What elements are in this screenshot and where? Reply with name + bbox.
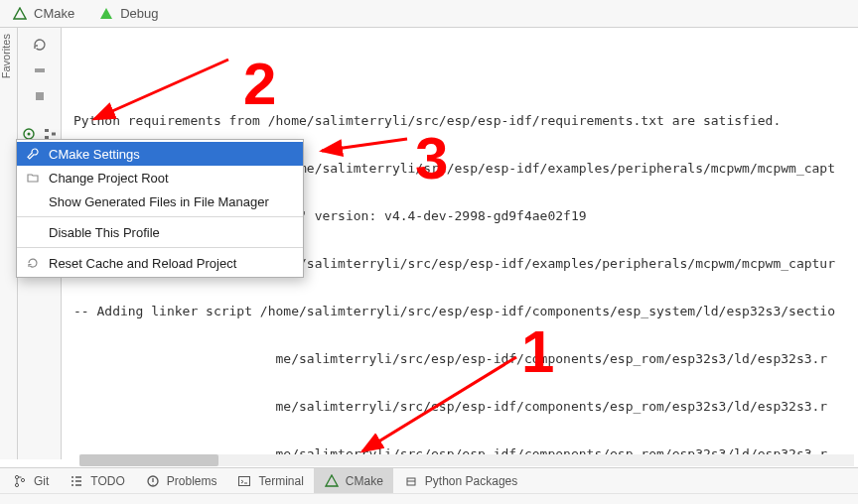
blank-icon xyxy=(25,193,41,209)
build-icon[interactable] xyxy=(28,60,52,81)
python-packages-icon xyxy=(403,473,419,489)
console-line: me/salimterryli/src/esp/esp-idf/componen… xyxy=(73,351,858,367)
console-line: Python requirements from /home/salimterr… xyxy=(73,113,858,129)
tab-label: Terminal xyxy=(258,474,303,488)
todo-icon xyxy=(69,473,84,489)
stop-icon[interactable] xyxy=(28,85,52,107)
favorites-stripe-label[interactable]: Favorites xyxy=(0,28,12,84)
reload-icon xyxy=(25,255,41,271)
svg-rect-2 xyxy=(35,68,45,72)
debug-icon xyxy=(98,6,114,22)
cmake-icon xyxy=(324,473,340,489)
menu-label: Reset Cache and Reload Project xyxy=(49,256,236,271)
svg-point-5 xyxy=(27,133,30,136)
menu-separator xyxy=(17,247,303,248)
tab-label: TODO xyxy=(90,474,124,488)
console-line: me/salimterryli/src/esp/esp-idf/componen… xyxy=(73,399,858,415)
cmake-context-menu: CMake Settings Change Project Root Show … xyxy=(16,139,304,278)
bottom-tab-todo[interactable]: TODO xyxy=(59,468,134,493)
svg-point-13 xyxy=(21,478,24,481)
menu-label: Show Generated Files in File Manager xyxy=(49,194,269,209)
status-bar xyxy=(0,493,858,504)
bottom-tab-terminal[interactable]: Terminal xyxy=(226,468,313,493)
svg-marker-16 xyxy=(326,475,338,486)
problems-icon xyxy=(145,473,161,489)
tab-label: Problems xyxy=(167,474,217,488)
svg-rect-6 xyxy=(45,129,49,132)
git-branch-icon xyxy=(12,473,28,489)
terminal-icon xyxy=(236,473,252,489)
tab-debug[interactable]: Debug xyxy=(94,0,162,27)
menu-reset-cache-reload[interactable]: Reset Cache and Reload Project xyxy=(17,251,303,275)
svg-rect-15 xyxy=(239,476,250,485)
svg-point-11 xyxy=(15,475,18,478)
menu-separator xyxy=(17,216,303,217)
console-line: -- Adding linker script /home/salimterry… xyxy=(73,304,858,319)
bottom-tab-git[interactable]: Git xyxy=(2,468,59,493)
tab-cmake[interactable]: CMake xyxy=(8,0,78,27)
menu-disable-profile[interactable]: Disable This Profile xyxy=(17,220,303,244)
tab-label: CMake xyxy=(34,6,74,21)
menu-cmake-settings[interactable]: CMake Settings xyxy=(17,142,303,166)
svg-marker-0 xyxy=(14,8,26,19)
console-line xyxy=(73,65,858,81)
bottom-tool-bar: Git TODO Problems Terminal CMake Python … xyxy=(0,467,858,493)
tab-label: Debug xyxy=(120,6,158,21)
svg-rect-8 xyxy=(52,133,56,136)
bottom-tab-problems[interactable]: Problems xyxy=(135,468,227,493)
folder-root-icon xyxy=(25,170,41,186)
tab-label: CMake xyxy=(346,474,383,488)
menu-label: Disable This Profile xyxy=(49,225,160,240)
cmake-icon xyxy=(12,6,28,22)
menu-label: Change Project Root xyxy=(49,171,169,186)
svg-point-12 xyxy=(15,483,18,486)
wrench-icon xyxy=(25,146,41,162)
menu-show-generated-files[interactable]: Show Generated Files in File Manager xyxy=(17,189,303,213)
horizontal-scrollbar[interactable] xyxy=(79,454,854,466)
bottom-tab-python-packages[interactable]: Python Packages xyxy=(393,468,527,493)
tool-window-header: CMake Debug xyxy=(0,0,858,28)
svg-marker-1 xyxy=(100,8,112,19)
svg-rect-3 xyxy=(36,92,44,100)
menu-label: CMake Settings xyxy=(49,147,140,162)
tab-label: Python Packages xyxy=(425,474,517,488)
menu-change-project-root[interactable]: Change Project Root xyxy=(17,166,303,189)
bottom-tab-cmake[interactable]: CMake xyxy=(314,468,393,493)
tab-label: Git xyxy=(34,474,49,488)
blank-icon xyxy=(25,224,41,240)
reload-icon[interactable] xyxy=(28,34,52,56)
scrollbar-thumb[interactable] xyxy=(79,454,218,466)
